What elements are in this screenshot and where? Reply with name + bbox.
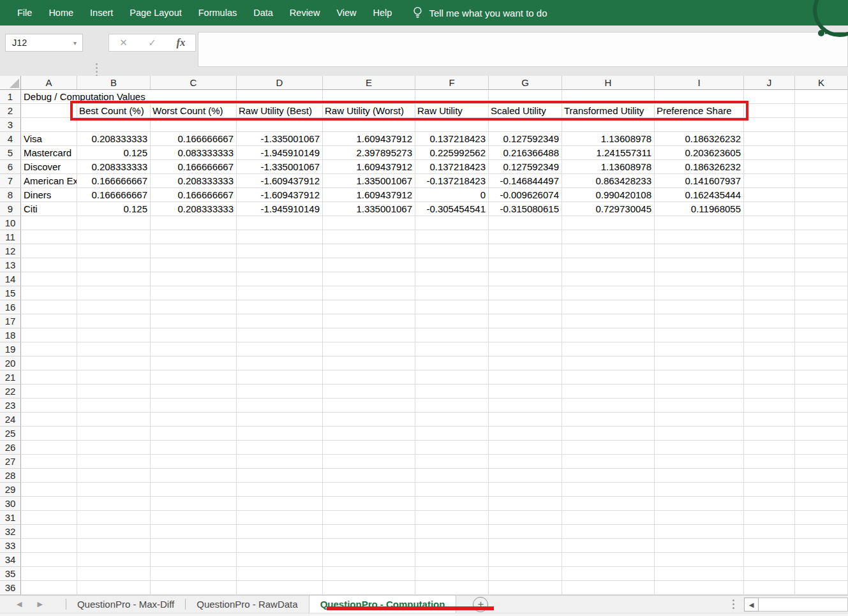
name-box[interactable]: J12 ▾	[5, 34, 83, 52]
cell-A23[interactable]	[21, 399, 77, 413]
cell-C19[interactable]	[151, 342, 237, 356]
cell-I17[interactable]	[655, 314, 744, 328]
cell-A14[interactable]	[21, 272, 77, 286]
cell-B14[interactable]	[77, 272, 151, 286]
cell-K21[interactable]	[795, 370, 848, 385]
cell-K17[interactable]	[795, 314, 848, 328]
cell-I12[interactable]	[655, 244, 744, 258]
cell-D20[interactable]	[237, 356, 323, 370]
col-header-B[interactable]: B	[77, 76, 151, 90]
cell-E9[interactable]: 1.335001067	[323, 202, 415, 216]
cell-E36[interactable]	[323, 581, 415, 595]
cell-D35[interactable]	[237, 567, 323, 581]
cell-K6[interactable]	[795, 160, 848, 174]
cell-G22[interactable]	[489, 385, 562, 399]
cell-E35[interactable]	[323, 567, 415, 581]
cell-C26[interactable]	[151, 441, 237, 455]
cell-G8[interactable]: -0.009626074	[489, 188, 562, 202]
cell-K16[interactable]	[795, 300, 848, 314]
cell-A16[interactable]	[21, 300, 77, 314]
cell-D9[interactable]: -1.945910149	[237, 202, 323, 216]
cell-A17[interactable]	[21, 314, 77, 328]
cell-G29[interactable]	[489, 483, 562, 497]
formula-input[interactable]	[198, 32, 848, 67]
cell-I2[interactable]: Preference Share	[655, 104, 744, 118]
tab-nav-left-icon[interactable]: ◀	[17, 600, 22, 608]
cell-A4[interactable]: Visa	[21, 132, 77, 146]
cell-C20[interactable]	[151, 356, 237, 370]
cell-C9[interactable]: 0.208333333	[151, 202, 237, 216]
row-header-30[interactable]: 30	[0, 497, 21, 511]
cell-C10[interactable]	[151, 216, 237, 230]
row-header-1[interactable]: 1	[0, 90, 21, 104]
cell-H32[interactable]	[562, 525, 655, 539]
col-header-D[interactable]: D	[237, 76, 323, 90]
cell-C35[interactable]	[151, 567, 237, 581]
cell-B22[interactable]	[77, 385, 151, 399]
cell-J4[interactable]	[744, 132, 795, 146]
menu-help[interactable]: Help	[365, 0, 401, 26]
cell-F20[interactable]	[415, 356, 489, 370]
cell-H2[interactable]: Transformed Utility	[562, 104, 655, 118]
cell-I22[interactable]	[655, 385, 744, 399]
cell-K31[interactable]	[795, 511, 848, 525]
cell-D7[interactable]: -1.609437912	[237, 174, 323, 188]
row-header-23[interactable]: 23	[0, 399, 21, 413]
cell-J35[interactable]	[744, 567, 795, 581]
cell-I18[interactable]	[655, 328, 744, 342]
cell-G3[interactable]	[489, 118, 562, 132]
cell-G7[interactable]: -0.146844497	[489, 174, 562, 188]
cell-K13[interactable]	[795, 258, 848, 272]
cell-C17[interactable]	[151, 314, 237, 328]
cell-B28[interactable]	[77, 469, 151, 483]
cell-C13[interactable]	[151, 258, 237, 272]
cell-G15[interactable]	[489, 286, 562, 300]
cell-C28[interactable]	[151, 469, 237, 483]
cell-B30[interactable]	[77, 497, 151, 511]
cell-E14[interactable]	[323, 272, 415, 286]
row-header-7[interactable]: 7	[0, 174, 21, 188]
cell-K5[interactable]	[795, 146, 848, 160]
cell-K14[interactable]	[795, 272, 848, 286]
row-header-22[interactable]: 22	[0, 385, 21, 399]
cell-J16[interactable]	[744, 300, 795, 314]
cell-B24[interactable]	[77, 413, 151, 427]
cell-A20[interactable]	[21, 356, 77, 370]
col-header-F[interactable]: F	[415, 76, 489, 90]
cell-F7[interactable]: -0.137218423	[415, 174, 489, 188]
cell-H25[interactable]	[562, 427, 655, 441]
cell-I28[interactable]	[655, 469, 744, 483]
cell-J11[interactable]	[744, 230, 795, 244]
cell-I31[interactable]	[655, 511, 744, 525]
cell-H4[interactable]: 1.13608978	[562, 132, 655, 146]
menu-insert[interactable]: Insert	[82, 0, 121, 26]
cell-H10[interactable]	[562, 216, 655, 230]
cancel-icon[interactable]: ✕	[114, 37, 133, 48]
name-box-dropdown-icon[interactable]: ▾	[73, 40, 82, 47]
cell-F29[interactable]	[415, 483, 489, 497]
cell-F16[interactable]	[415, 300, 489, 314]
cell-D27[interactable]	[237, 455, 323, 469]
cell-K8[interactable]	[795, 188, 848, 202]
cell-F24[interactable]	[415, 413, 489, 427]
row-header-15[interactable]: 15	[0, 286, 21, 300]
cell-K34[interactable]	[795, 553, 848, 567]
cell-J34[interactable]	[744, 553, 795, 567]
cell-I29[interactable]	[655, 483, 744, 497]
cell-K28[interactable]	[795, 469, 848, 483]
cell-K4[interactable]	[795, 132, 848, 146]
cell-J17[interactable]	[744, 314, 795, 328]
cell-D18[interactable]	[237, 328, 323, 342]
cell-F30[interactable]	[415, 497, 489, 511]
menu-view[interactable]: View	[328, 0, 364, 26]
cell-J29[interactable]	[744, 483, 795, 497]
cell-I10[interactable]	[655, 216, 744, 230]
cell-C24[interactable]	[151, 413, 237, 427]
cell-J25[interactable]	[744, 427, 795, 441]
cell-E30[interactable]	[323, 497, 415, 511]
cell-E16[interactable]	[323, 300, 415, 314]
cell-G9[interactable]: -0.315080615	[489, 202, 562, 216]
menu-home[interactable]: Home	[40, 0, 82, 26]
cell-D3[interactable]	[237, 118, 323, 132]
cell-K25[interactable]	[795, 427, 848, 441]
